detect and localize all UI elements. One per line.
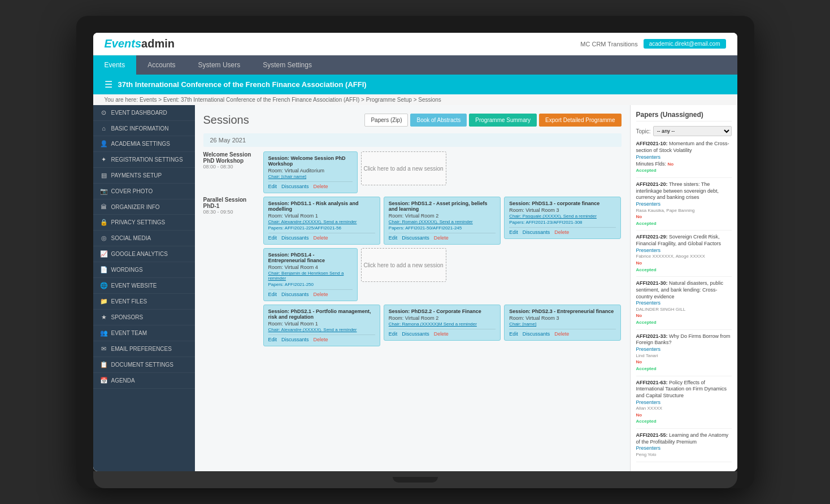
sidebar-label-social-media: SOCIAL MEDIA — [111, 235, 151, 241]
presenters-link-6[interactable]: Presenters — [636, 399, 732, 406]
edit-link-welcome[interactable]: Edit — [268, 184, 277, 189]
chair-link-phds11[interactable]: Chair: Alexandre (XXXXX). Send a reminde… — [268, 219, 357, 224]
sidebar-item-academia[interactable]: 👤 ACADEMIA SETTINGS — [93, 136, 195, 152]
sidebar-item-payments[interactable]: ▤ PAYMENTS SETUP — [93, 168, 195, 184]
delete-phds11[interactable]: Delete — [314, 235, 328, 241]
hamburger-icon[interactable]: ☰ — [105, 79, 112, 90]
sidebar-item-event-dashboard[interactable]: ⊙ EVENT DASHBOARD — [93, 105, 195, 121]
nav-system-users[interactable]: System Users — [187, 55, 252, 75]
event-files-icon: 📁 — [100, 298, 108, 305]
session-title-phds22: Session: PhDS2.2 - Corporate Finance — [389, 309, 496, 314]
delete-phds12[interactable]: Delete — [434, 235, 449, 241]
session-chair-phds11: Chair: Alexandre (XXXXX). Send a reminde… — [268, 219, 375, 224]
chair-link-phds13[interactable]: Chair: Pasquale (XXXXX). Send a reminder — [509, 214, 597, 219]
sidebar-item-registration[interactable]: ✦ REGISTRATION SETTINGS — [93, 152, 195, 168]
discussants-phds11[interactable]: Discussants — [281, 235, 309, 241]
discussants-phds22[interactable]: Discussants — [402, 331, 429, 337]
chair-link-phds22[interactable]: Chair: Ramona (XXXXX)M Send a reminder — [389, 321, 477, 327]
discussants-phds23[interactable]: Discussants — [523, 331, 550, 337]
discussants-phds12[interactable]: Discussants — [402, 235, 429, 241]
edit-phds12[interactable]: Edit — [389, 235, 398, 241]
topic-select[interactable]: -- any -- — [653, 126, 732, 136]
add-session-phd1b[interactable]: Click here to add a new session — [361, 248, 446, 282]
chair-link-welcome[interactable]: Chair: [chair name] — [268, 174, 307, 179]
session-papers-phds11: Papers: AFFI2021-225/AFFI2021-56 — [268, 225, 375, 231]
chair-link-phds12[interactable]: Chair: Romain (XXXXX). Send a reminder — [389, 219, 473, 224]
paper-id-7: AFFI2021-55: — [636, 432, 668, 438]
session-papers-phds13: Papers: AFFI2021-23/AFFI2021-308 — [509, 220, 616, 225]
programme-summary-btn[interactable]: Programme Summary — [469, 114, 537, 127]
edit-phds13[interactable]: Edit — [509, 229, 518, 235]
sidebar-label-event-dashboard: EVENT DASHBOARD — [111, 110, 167, 116]
delete-phds14[interactable]: Delete — [314, 292, 328, 297]
session-chair-phds23: Chair: [name] — [509, 321, 616, 327]
nav-events[interactable]: Events — [93, 55, 137, 75]
sidebar-item-document-settings[interactable]: 📋 DOCUMENT SETTINGS — [93, 357, 195, 373]
sidebar: ⊙ EVENT DASHBOARD ⌂ BASIC INFORMATION 👤 … — [93, 105, 195, 471]
delete-phds13[interactable]: Delete — [554, 229, 569, 235]
session-actions-phds11: Edit Discussants Delete — [268, 233, 375, 241]
event-banner: ☰ 37th International Conference of the F… — [93, 75, 737, 94]
paper-item-4: AFFI2021-30: Natural disasters, public s… — [636, 280, 732, 330]
edit-phds23[interactable]: Edit — [509, 331, 518, 337]
sidebar-label-event-team: EVENT TEAM — [111, 330, 147, 336]
presenters-link-1[interactable]: Presenters — [636, 154, 732, 161]
session-card-phds14: Session: PhDS1.4 - Entrepreneurial finan… — [263, 248, 358, 301]
sidebar-item-privacy[interactable]: 🔒 PRIVACY SETTINGS — [93, 215, 195, 231]
paper-id-1: AFFI2021-10: — [636, 141, 668, 146]
paper-author-5: Lind Tanari — [636, 353, 732, 359]
sidebar-item-google-analytics[interactable]: 📈 GOOGLE ANALYTICS — [93, 246, 195, 262]
delete-phds23[interactable]: Delete — [554, 331, 569, 337]
edit-phds14[interactable]: Edit — [268, 292, 277, 297]
edit-phds22[interactable]: Edit — [389, 331, 398, 337]
cover-photo-icon: 📷 — [100, 188, 108, 195]
nav-system-settings[interactable]: System Settings — [251, 55, 323, 75]
paper-item-1: AFFI2021-10: Momentum and the Cross-sect… — [636, 141, 732, 177]
social-media-icon: ◎ — [100, 234, 108, 242]
sidebar-item-basic-info[interactable]: ⌂ BASIC INFORMATION — [93, 121, 195, 136]
chair-link-phds23[interactable]: Chair: [name] — [509, 321, 536, 327]
discussants-link-welcome[interactable]: Discussants — [281, 184, 309, 189]
nav-accounts[interactable]: Accounts — [136, 55, 186, 75]
delete-phds21[interactable]: Delete — [314, 337, 328, 342]
presenters-link-4[interactable]: Presenters — [636, 300, 732, 307]
book-of-abstracts-btn[interactable]: Book of Abstracts — [410, 114, 467, 127]
session-actions-welcome: Edit Discussants Delete — [268, 181, 353, 189]
chair-link-phds14[interactable]: Chair: Benjamin de Henriksen Send a remi… — [268, 271, 344, 281]
chair-link-phds21[interactable]: Chair: Alexandre (XXXXX). Send a reminde… — [268, 327, 357, 332]
sidebar-label-cover-photo: COVER PHOTO — [111, 188, 153, 194]
right-panel: Papers (Unassigned) Topic: -- any -- AFF… — [630, 105, 737, 471]
discussants-phds13[interactable]: Discussants — [523, 229, 550, 235]
sidebar-item-social-media[interactable]: ◎ SOCIAL MEDIA — [93, 231, 195, 246]
topic-label: Topic: — [636, 128, 651, 134]
export-programme-btn[interactable]: Export Detailed Programme — [539, 114, 621, 127]
sidebar-item-agenda[interactable]: 📅 AGENDA — [93, 373, 195, 389]
user-email-badge[interactable]: academic.direkt@email.com — [644, 39, 726, 49]
main-nav: Events Accounts System Users System Sett… — [93, 55, 737, 75]
presenters-link-3[interactable]: Presenters — [636, 247, 732, 254]
sidebar-item-event-files[interactable]: 📁 EVENT FILES — [93, 294, 195, 310]
sidebar-item-wordings[interactable]: 📄 WORDINGS — [93, 262, 195, 278]
delete-phds22[interactable]: Delete — [434, 331, 449, 337]
sidebar-item-email-prefs[interactable]: ✉ EMAIL PREFERENCES — [93, 341, 195, 357]
edit-phds11[interactable]: Edit — [268, 235, 277, 241]
delete-link-welcome[interactable]: Delete — [314, 184, 328, 189]
presenters-link-2[interactable]: Presenters — [636, 201, 732, 208]
presenters-link-5[interactable]: Presenters — [636, 346, 732, 353]
sidebar-item-sponsors[interactable]: ★ SPONSORS — [93, 310, 195, 325]
add-session-welcome[interactable]: Click here to add a new session — [361, 151, 446, 185]
edit-phds21[interactable]: Edit — [268, 337, 277, 342]
sidebar-item-event-team[interactable]: 👥 EVENT TEAM — [93, 325, 195, 341]
sidebar-item-cover-photo[interactable]: 📷 COVER PHOTO — [93, 184, 195, 199]
paper-item-6: AFFI2021-63: Policy Effects of Internati… — [636, 380, 732, 429]
discussants-phds14[interactable]: Discussants — [281, 292, 309, 297]
registration-icon: ✦ — [100, 156, 108, 163]
paper-author-6: Allan XXXXX — [636, 406, 732, 411]
presenters-link-7[interactable]: Presenters — [636, 445, 732, 452]
papers-zip-btn[interactable]: Papers (Zip) — [364, 114, 408, 127]
sidebar-item-organizer-info[interactable]: 🏛 ORGANIZER INFO — [93, 199, 195, 215]
discussants-phds21[interactable]: Discussants — [281, 337, 309, 342]
laptop-notch — [393, 477, 438, 483]
sidebar-item-event-website[interactable]: 🌐 EVENT WEBSITE — [93, 278, 195, 294]
session-row-phd2: Session: PhDS2.1 - Portfolio management,… — [203, 305, 622, 346]
